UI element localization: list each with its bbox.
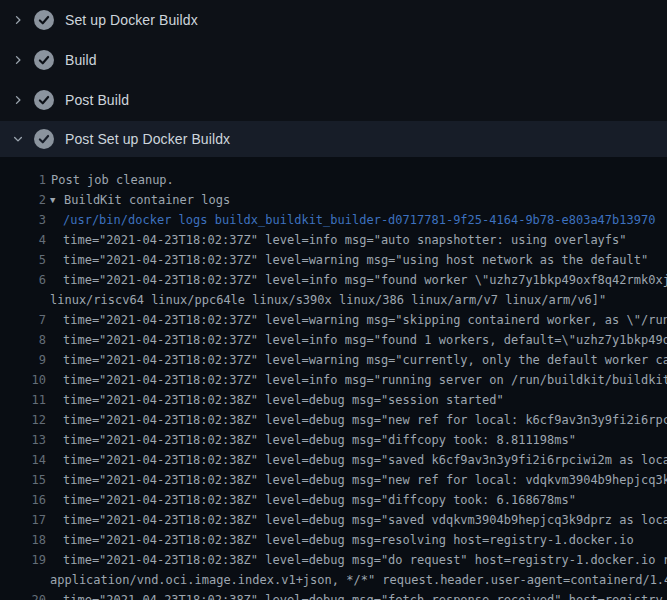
step-title: Build [65, 52, 97, 68]
log-line-number[interactable]: 18 [0, 530, 46, 550]
step-row-post-build[interactable]: Post Build [0, 80, 667, 120]
log-line-number[interactable]: 6 [0, 270, 46, 290]
step-row-setup-docker-buildx[interactable]: Set up Docker Buildx [0, 0, 667, 40]
log-line: linux/riscv64 linux/ppc64le linux/s390x … [0, 290, 667, 310]
log-line: 4 time="2021-04-23T18:02:37Z" level=info… [0, 230, 667, 250]
log-line-text: time="2021-04-23T18:02:38Z" level=debug … [63, 410, 667, 430]
log-line: 11 time="2021-04-23T18:02:38Z" level=deb… [0, 390, 667, 410]
group-toggle-icon[interactable]: ▼ [50, 190, 62, 210]
log-line-text: time="2021-04-23T18:02:38Z" level=debug … [63, 510, 667, 530]
log-line: 5 time="2021-04-23T18:02:37Z" level=warn… [0, 250, 667, 270]
log-line: 1 Post job cleanup. [0, 170, 667, 190]
log-line-number[interactable]: 11 [0, 390, 46, 410]
log-line-text: time="2021-04-23T18:02:38Z" level=debug … [63, 590, 667, 600]
log-line-text: time="2021-04-23T18:02:38Z" level=debug … [63, 450, 667, 470]
chevron-right-icon [11, 53, 25, 67]
log-line: 6 time="2021-04-23T18:02:37Z" level=info… [0, 270, 667, 290]
log-line-text: BuildKit container logs [64, 190, 230, 210]
log-line-number[interactable] [0, 290, 46, 310]
log-line: 15 time="2021-04-23T18:02:38Z" level=deb… [0, 470, 667, 490]
log-line-number[interactable]: 2 [0, 190, 46, 210]
log-lines: 1 Post job cleanup. 2 ▼ BuildKit contain… [0, 157, 667, 600]
log-line-text: time="2021-04-23T18:02:38Z" level=debug … [63, 490, 576, 510]
log-line-text: time="2021-04-23T18:02:37Z" level=info m… [63, 370, 667, 390]
log-line: application/vnd.oci.image.index.v1+json,… [0, 570, 667, 590]
log-line: 12 time="2021-04-23T18:02:38Z" level=deb… [0, 410, 667, 430]
log-line: 2 ▼ BuildKit container logs [0, 190, 667, 210]
log-line: 9 time="2021-04-23T18:02:37Z" level=warn… [0, 350, 667, 370]
log-line-text: time="2021-04-23T18:02:37Z" level=info m… [63, 270, 667, 290]
chevron-down-icon [11, 132, 25, 146]
actions-log-viewer: Set up Docker Buildx Build Post Build [0, 0, 667, 600]
check-circle-icon [34, 50, 54, 70]
log-line: 16 time="2021-04-23T18:02:38Z" level=deb… [0, 490, 667, 510]
chevron-right-icon [11, 13, 25, 27]
log-line: 8 time="2021-04-23T18:02:37Z" level=info… [0, 330, 667, 350]
log-line-text: time="2021-04-23T18:02:37Z" level=warnin… [63, 250, 648, 270]
log-line-text: time="2021-04-23T18:02:38Z" level=debug … [63, 470, 667, 490]
step-title: Post Set up Docker Buildx [65, 131, 230, 147]
log-line-text: time="2021-04-23T18:02:37Z" level=info m… [63, 330, 667, 350]
check-circle-icon [34, 129, 54, 149]
log-line-text: time="2021-04-23T18:02:37Z" level=info m… [63, 230, 627, 250]
log-line-number[interactable]: 3 [0, 210, 46, 230]
log-line: 18 time="2021-04-23T18:02:38Z" level=deb… [0, 530, 667, 550]
log-line-text: /usr/bin/docker logs buildx_buildkit_bui… [63, 210, 655, 230]
log-line-text: Post job cleanup. [51, 170, 174, 190]
log-line-number[interactable]: 20 [0, 590, 46, 600]
step-title: Set up Docker Buildx [65, 12, 198, 28]
log-line-number[interactable]: 15 [0, 470, 46, 490]
log-line-text: linux/riscv64 linux/ppc64le linux/s390x … [50, 290, 606, 310]
log-line-text: time="2021-04-23T18:02:38Z" level=debug … [63, 390, 504, 410]
log-line-number[interactable]: 19 [0, 550, 46, 570]
log-line-number[interactable]: 16 [0, 490, 46, 510]
log-line: 14 time="2021-04-23T18:02:38Z" level=deb… [0, 450, 667, 470]
log-line-text: time="2021-04-23T18:02:38Z" level=debug … [63, 530, 634, 550]
log-line-number[interactable]: 17 [0, 510, 46, 530]
log-line: 13 time="2021-04-23T18:02:38Z" level=deb… [0, 430, 667, 450]
log-line: 3 /usr/bin/docker logs buildx_buildkit_b… [0, 210, 667, 230]
log-line-text: time="2021-04-23T18:02:37Z" level=warnin… [63, 310, 667, 330]
step-title: Post Build [65, 92, 129, 108]
log-line-text: time="2021-04-23T18:02:37Z" level=warnin… [63, 350, 667, 370]
log-line-number[interactable]: 9 [0, 350, 46, 370]
log-line-text: application/vnd.oci.image.index.v1+json,… [50, 570, 667, 590]
log-line-number[interactable]: 10 [0, 370, 46, 390]
check-circle-icon [34, 90, 54, 110]
log-line: 10 time="2021-04-23T18:02:37Z" level=inf… [0, 370, 667, 390]
log-line: 17 time="2021-04-23T18:02:38Z" level=deb… [0, 510, 667, 530]
log-line-number[interactable]: 5 [0, 250, 46, 270]
log-line-number[interactable]: 4 [0, 230, 46, 250]
log-line-text: time="2021-04-23T18:02:38Z" level=debug … [63, 430, 576, 450]
log-line-number[interactable] [0, 570, 46, 590]
chevron-right-icon [11, 93, 25, 107]
log-line-number[interactable]: 8 [0, 330, 46, 350]
step-row-post-setup-docker-buildx[interactable]: Post Set up Docker Buildx [0, 121, 667, 157]
log-line: 20 time="2021-04-23T18:02:38Z" level=deb… [0, 590, 667, 600]
log-line-text: time="2021-04-23T18:02:38Z" level=debug … [63, 550, 667, 570]
log-line-number[interactable]: 13 [0, 430, 46, 450]
log-line-number[interactable]: 1 [0, 170, 46, 190]
log-line: 19 time="2021-04-23T18:02:38Z" level=deb… [0, 550, 667, 570]
log-line-number[interactable]: 7 [0, 310, 46, 330]
log-line-number[interactable]: 14 [0, 450, 46, 470]
log-line: 7 time="2021-04-23T18:02:37Z" level=warn… [0, 310, 667, 330]
check-circle-icon [34, 10, 54, 30]
step-row-build[interactable]: Build [0, 40, 667, 80]
log-line-number[interactable]: 12 [0, 410, 46, 430]
steps-list: Set up Docker Buildx Build Post Build [0, 0, 667, 157]
